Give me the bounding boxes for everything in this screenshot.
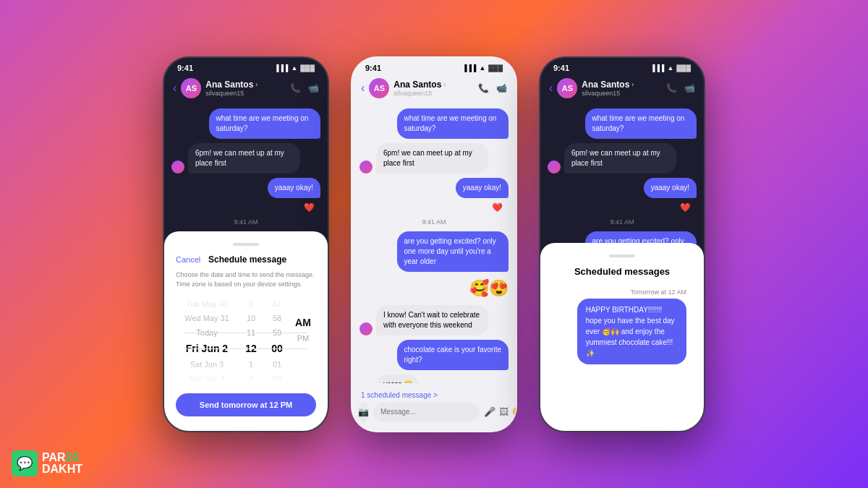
battery-icon: ▓▓▓ [300,64,315,72]
back-button-1[interactable]: ‹ [173,82,176,95]
sender-avatar-p2-2 [359,322,373,335]
heart-reaction-p3: ❤️ [680,202,691,213]
signal-icon-2: ▐▐▐ [462,64,476,72]
scheduled-panel: Scheduled messages Tomorrow at 12 AM HAP… [540,243,704,431]
phone-call-icon-3[interactable]: 📞 [666,83,677,93]
timestamp-p3: 9:41 AM [548,218,697,226]
message-bubble-out-2: yaaay okay! [268,178,320,198]
picker-min-item: 58 [264,311,290,325]
picker-hour-col[interactable]: 9 10 11 12 1 2 [238,296,264,383]
timestamp-1: 9:41 AM [171,218,320,226]
schedule-title: Schedule message [208,254,286,265]
video-call-icon-2[interactable]: 📹 [496,83,507,93]
msg-row-out-p2-3: are you getting excited? only one more d… [359,231,509,272]
emoji-hearts-p2: 🥰😍 [469,276,509,301]
logo-icon: 💬 [12,450,38,476]
cancel-button[interactable]: Cancel [176,255,200,264]
camera-button-2[interactable]: 📷 [358,402,369,422]
msg-row-out-p2-4: chocolate cake is your favorite right? [359,340,509,370]
picker-line-top [184,333,307,333]
wifi-icon-2: ▲ [479,64,485,72]
picker-ampm-item: PM [290,331,316,346]
picker-hour-item: 1 [238,357,264,372]
wifi-icon: ▲ [291,64,297,72]
scheduled-messages-list: Tomorrow at 12 AM HAPPY BIRTHDAY!!!!!!!h… [552,288,692,364]
heart-reaction-1: ❤️ [304,202,315,213]
message-bubble-out-p2-2: yaaay okay! [456,178,509,198]
message-input-2[interactable] [373,403,480,421]
picker-ampm-selected: AM [290,314,316,331]
picker-date-col[interactable]: Tue May 30 Wed May 31 Today Fri Jun 2 Sa… [176,296,238,383]
header-info-3: Ana Santos › silvaqueen15 [582,80,662,97]
message-bubble-in-p3-1: 6pm! we can meet up at my place first [564,143,676,174]
picker-ampm-item [290,308,316,314]
heart-reaction-p2: ❤️ [492,202,503,213]
message-bubble-out-p2-4: chocolate cake is your favorite right? [397,340,509,370]
picker-min-col[interactable]: 57 58 59 00 01 02 [264,296,290,383]
logo-line2: DAKHT [42,463,82,475]
video-call-icon[interactable]: 📹 [308,83,319,93]
phone-call-icon-2[interactable]: 📞 [478,83,489,93]
message-bubble-out-p3-2: yaaay okay! [644,178,697,198]
message-bubble-in-1: 6pm! we can meet up at my place first [188,143,300,174]
back-button-3[interactable]: ‹ [549,82,553,95]
video-call-icon-3[interactable]: 📹 [684,83,695,93]
msg-row-in-p2-3: yesss 😛😍 [359,374,509,383]
send-scheduled-button[interactable]: Send tomorrow at 12 PM [176,393,316,416]
schedule-sheet: Cancel Schedule message Choose the date … [164,231,328,430]
header-actions-1: 📞 📹 [290,83,319,93]
picker-line-bottom [184,348,307,349]
msg-row-out-2: yaaay okay! [171,178,320,198]
sheet-header: Cancel Schedule message [176,254,316,265]
photo-icon[interactable]: 🖼 [499,406,509,417]
message-bubble-in-p2-1: 6pm! we can meet up at my place first [376,143,488,174]
message-bubble-out-p3-1: what time are we meeting on saturday? [585,108,697,139]
chat-header-2: ‹ AS Ana Santos › silvaqueen15 📞 📹 [352,75,516,104]
back-button-2[interactable]: ‹ [361,82,365,95]
chevron-right-icon-2: › [443,81,446,88]
phone-1: 9:41 ▐▐▐ ▲ ▓▓▓ ‹ AS Ana Santos › silvaqu… [163,56,329,432]
contact-username-2: silvaqueen15 [393,90,474,97]
picker-hour-item: 10 [238,311,264,325]
scheduled-panel-title: Scheduled messages [552,266,692,277]
header-actions-3: 📞 📹 [666,83,695,93]
msg-row-in-p2-1: 6pm! we can meet up at my place first [359,143,509,174]
phone-3: 9:41 ▐▐▐ ▲ ▓▓▓ ‹ AS Ana Santos › silvaqu… [539,56,705,432]
timestamp-p2: 9:41 AM [359,218,509,226]
chat-area-2: what time are we meeting on saturday? 6p… [352,104,516,383]
chat-header-3: ‹ AS Ana Santos › silvaqueen15 📞 📹 [540,75,704,104]
picker-date-item: Sat Jun 3 [176,357,238,372]
schedule-desc: Choose the date and time to send the mes… [176,270,316,288]
contact-name-3: Ana Santos › [582,80,662,90]
sheet-handle [233,243,259,246]
contact-name-1: Ana Santos › [205,80,286,90]
picker-date-item: Tue May 30 [176,296,238,311]
picker-hour-item: 2 [238,372,264,383]
scheduled-banner[interactable]: 1 scheduled message > [352,388,516,402]
msg-row-out-p3-2: yaaay okay! [548,178,697,198]
date-time-picker[interactable]: Tue May 30 Wed May 31 Today Fri Jun 2 Sa… [176,296,316,383]
picker-hour-item: 9 [238,296,264,311]
scheduled-message-bubble[interactable]: HAPPY BIRTHDAY!!!!!!!hope you have the b… [577,299,686,364]
picker-date-item: Wed May 31 [176,311,238,325]
emoji-row-p2: 🥰😍 [359,276,509,301]
message-bubble-out-p2-1: what time are we meeting on saturday? [397,108,509,139]
msg-row-out-1: what time are we meeting on saturday? [171,108,320,139]
sticker-icon[interactable]: 😊 [512,406,517,417]
battery-icon-2: ▓▓▓ [488,64,503,72]
sender-avatar-p2 [359,160,373,174]
message-bubble-out-1: what time are we meeting on saturday? [209,108,321,139]
msg-row-in-p3-1: 6pm! we can meet up at my place first [548,143,697,174]
mic-icon[interactable]: 🎤 [484,406,495,417]
phone-call-icon[interactable]: 📞 [290,83,301,93]
status-time-2: 9:41 [365,64,381,72]
msg-row-out-p3-1: what time are we meeting on saturday? [548,108,697,139]
status-bar-3: 9:41 ▐▐▐ ▲ ▓▓▓ [540,58,704,75]
picker-min-item: 02 [264,372,290,383]
logo-line1: PAR24 [42,452,82,463]
picker-ampm-col[interactable]: AM PM [290,296,316,383]
contact-username-3: silvaqueen15 [582,90,662,97]
contact-username-1: silvaqueen15 [205,90,286,97]
chevron-right-icon: › [255,81,258,88]
contact-avatar-1: AS [181,78,201,98]
